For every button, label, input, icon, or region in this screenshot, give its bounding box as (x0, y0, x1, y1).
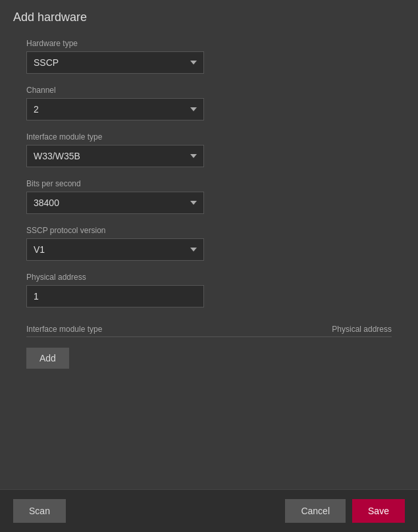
bits-per-second-group: Bits per second 9600 19200 38400 57600 1… (26, 179, 392, 214)
table-header-physical-address: Physical address (332, 325, 392, 334)
physical-address-group: Physical address (26, 273, 392, 307)
sscp-protocol-version-select[interactable]: V1 V2 (26, 238, 204, 261)
hardware-type-group: Hardware type SSCP (26, 39, 392, 74)
dialog-title: Add hardware (0, 0, 418, 32)
bits-per-second-select[interactable]: 9600 19200 38400 57600 115200 (26, 192, 204, 214)
cancel-button[interactable]: Cancel (285, 499, 346, 523)
table-header: Interface module type Physical address (26, 319, 392, 337)
table-header-interface-module-type: Interface module type (26, 325, 102, 334)
dialog-footer: Scan Cancel Save (0, 489, 418, 532)
physical-address-label: Physical address (26, 273, 392, 282)
hardware-type-label: Hardware type (26, 39, 392, 48)
channel-group: Channel 1 2 3 4 (26, 86, 392, 120)
sscp-protocol-version-label: SSCP protocol version (26, 226, 392, 235)
footer-left: Scan (13, 499, 66, 523)
dialog-content: Hardware type SSCP Channel 1 2 3 4 Inter… (0, 32, 418, 489)
interface-module-type-select[interactable]: W33/W35B (26, 145, 204, 167)
sscp-protocol-version-group: SSCP protocol version V1 V2 (26, 226, 392, 261)
add-button[interactable]: Add (26, 348, 69, 369)
interface-module-type-label: Interface module type (26, 132, 392, 142)
channel-label: Channel (26, 86, 392, 95)
physical-address-input[interactable] (26, 285, 204, 307)
hardware-type-select[interactable]: SSCP (26, 51, 204, 74)
save-button[interactable]: Save (352, 499, 405, 523)
bits-per-second-label: Bits per second (26, 179, 392, 188)
interface-module-type-group: Interface module type W33/W35B (26, 132, 392, 167)
scan-button[interactable]: Scan (13, 499, 66, 523)
add-hardware-dialog: Add hardware Hardware type SSCP Channel … (0, 0, 418, 532)
add-button-container: Add (26, 342, 392, 369)
channel-select[interactable]: 1 2 3 4 (26, 98, 204, 120)
footer-right: Cancel Save (285, 499, 405, 523)
